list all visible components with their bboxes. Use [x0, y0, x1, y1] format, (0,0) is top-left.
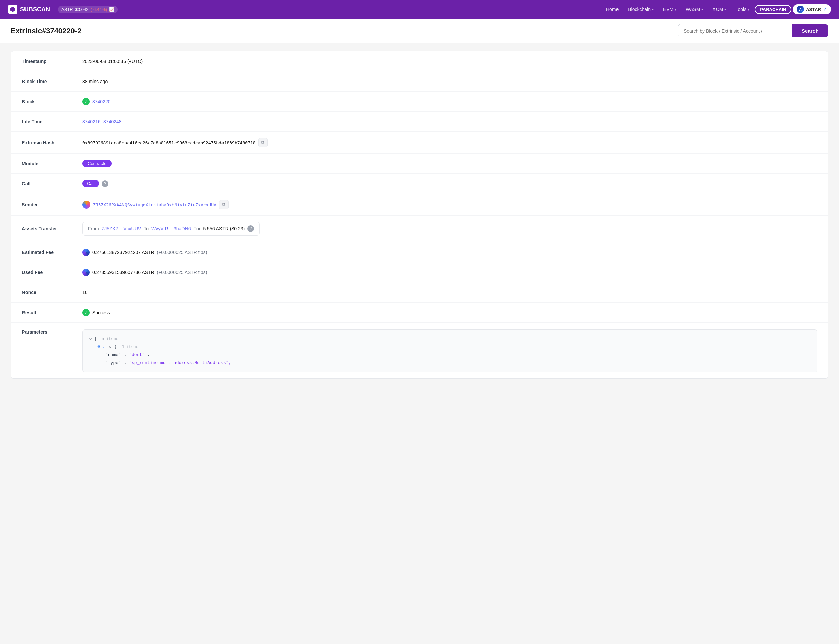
value-sender: ZJ5ZX26PXA4NQSywiuqdXtckiaba9xhNiyfnZiu7…	[82, 200, 229, 209]
assets-question-icon[interactable]: ?	[247, 225, 254, 232]
params-collapse-icon[interactable]: ⊖	[89, 337, 92, 342]
params-line-type: "type" : "sp_runtime:multiaddress:MultiA…	[89, 359, 810, 366]
sender-copy-icon[interactable]: ⧉	[219, 200, 229, 209]
estimated-fee-tips: (+0.0000025 ASTR tips)	[157, 250, 207, 255]
evm-chevron: ▾	[674, 8, 676, 12]
row-assets: Assets Transfer From ZJ5ZX2....VcxUUV To…	[11, 216, 828, 242]
sender-avatar-icon	[82, 200, 90, 209]
row-used-fee: Used Fee 0.27355931539607736 ASTR (+0.00…	[11, 262, 828, 283]
label-module: Module	[22, 161, 82, 166]
value-estimated-fee: 0.27661387237924207 ASTR (+0.0000025 AST…	[82, 248, 207, 256]
lifetime-link[interactable]: 3740216- 3740248	[82, 119, 122, 125]
wasm-chevron: ▾	[701, 8, 703, 12]
params-bracket-open: [	[94, 337, 97, 342]
value-result: ✓ Success	[82, 309, 110, 316]
value-assets: From ZJ5ZX2....VcxUUV To WvyVtR....3haDN…	[82, 222, 260, 236]
row-call: Call Call ?	[11, 174, 828, 194]
value-timestamp: 2023-06-08 01:00:36 (+UTC)	[82, 59, 143, 64]
brand-logo[interactable]: SUBSCAN	[8, 5, 50, 14]
label-sender: Sender	[22, 202, 82, 207]
nav-tools[interactable]: Tools ▾	[731, 5, 753, 14]
estimated-fee-amount: 0.27661387237924207 ASTR	[92, 250, 155, 255]
detail-card: Timestamp 2023-06-08 01:00:36 (+UTC) Blo…	[11, 51, 828, 379]
page-header: Extrinsic#3740220-2 Search	[0, 19, 839, 43]
row-parameters: Parameters ⊖ [ 5 items 0 : ⊖ { 4 items "…	[11, 323, 828, 378]
parachain-badge[interactable]: PARACHAIN	[755, 5, 791, 14]
params-brace-open: {	[114, 345, 117, 350]
price: $0.042	[75, 7, 89, 12]
search-button[interactable]: Search	[792, 25, 828, 37]
nav-evm[interactable]: EVM ▾	[659, 5, 680, 14]
brand-name: SUBSCAN	[20, 6, 50, 13]
block-success-icon: ✓	[82, 98, 90, 105]
sender-address[interactable]: ZJ5ZX26PXA4NQSywiuqdXtckiaba9xhNiyfnZiu7…	[93, 202, 217, 207]
value-blocktime: 38 mins ago	[82, 79, 108, 84]
brand-icon	[8, 5, 18, 14]
value-module: Contracts	[82, 159, 112, 168]
assets-from-label: From	[88, 226, 99, 232]
assets-from-address[interactable]: ZJ5ZX2....VcxUUV	[102, 226, 141, 232]
assets-to-address[interactable]: WvyVtR....3haDN6	[151, 226, 191, 232]
row-result: Result ✓ Success	[11, 302, 828, 323]
label-hash: Extrinsic Hash	[22, 140, 82, 145]
label-lifetime: Life Time	[22, 119, 82, 125]
params-box: ⊖ [ 5 items 0 : ⊖ { 4 items "name" : "de…	[82, 329, 817, 372]
label-estimated-fee: Estimated Fee	[22, 250, 82, 255]
params-colon: :	[124, 352, 129, 357]
astar-network-icon: A	[797, 6, 804, 13]
ticker: ASTR	[61, 7, 73, 12]
assets-transfer-box: From ZJ5ZX2....VcxUUV To WvyVtR....3haDN…	[82, 222, 260, 236]
params-count-5: 5 items	[102, 337, 118, 342]
params-name-val: "dest"	[129, 352, 145, 357]
call-badge: Call	[82, 180, 99, 187]
label-timestamp: Timestamp	[22, 59, 82, 64]
nav-xcm[interactable]: XCM ▾	[709, 5, 730, 14]
value-used-fee: 0.27355931539607736 ASTR (+0.0000025 AST…	[82, 269, 207, 276]
value-parameters: ⊖ [ 5 items 0 : ⊖ { 4 items "name" : "de…	[82, 329, 817, 372]
assets-to-label: To	[144, 226, 149, 232]
row-module: Module Contracts	[11, 154, 828, 174]
value-hash: 0x39792689feca8bac4f6ee26c7d8a81651e9963…	[82, 138, 268, 147]
value-lifetime: 3740216- 3740248	[82, 119, 122, 125]
params-name-key: "name"	[105, 352, 121, 357]
used-fee-astar-icon	[82, 269, 90, 276]
used-fee-amount: 0.27355931539607736 ASTR	[92, 270, 155, 275]
astar-check-icon: ✓	[823, 7, 827, 12]
assets-for-label: For	[193, 226, 200, 232]
price-badge: ASTR $0.042 (-6.44%) 📈	[58, 6, 118, 13]
used-fee-tips: (+0.0000025 ASTR tips)	[157, 270, 207, 275]
page-title: Extrinsic#3740220-2	[11, 26, 81, 35]
params-line-name: "name" : "dest" ,	[89, 351, 810, 358]
chart-icon: 📈	[109, 7, 114, 12]
blockchain-chevron: ▾	[652, 8, 654, 12]
row-sender: Sender ZJ5ZX26PXA4NQSywiuqdXtckiaba9xhNi…	[11, 194, 828, 216]
value-call: Call ?	[82, 180, 109, 187]
nav-blockchain[interactable]: Blockchain ▾	[624, 5, 658, 14]
xcm-chevron: ▾	[724, 8, 726, 12]
params-line-num-0: 0 :	[97, 345, 105, 350]
estimated-fee-astar-icon	[82, 248, 90, 256]
search-input[interactable]	[678, 25, 792, 37]
value-nonce: 16	[82, 290, 87, 295]
block-link[interactable]: 3740220	[92, 99, 111, 104]
svg-marker-0	[10, 7, 15, 12]
result-text: Success	[92, 310, 110, 315]
astar-network-name: ASTAR	[806, 7, 821, 12]
module-badge: Contracts	[82, 159, 112, 168]
hash-copy-icon[interactable]: ⧉	[258, 138, 268, 147]
label-result: Result	[22, 310, 82, 315]
row-blocktime: Block Time 38 mins ago	[11, 71, 828, 92]
label-parameters: Parameters	[22, 329, 82, 335]
row-hash: Extrinsic Hash 0x39792689feca8bac4f6ee26…	[11, 132, 828, 154]
nav-links: Home Blockchain ▾ EVM ▾ WASM ▾ XCM ▾ Too…	[602, 4, 831, 15]
label-used-fee: Used Fee	[22, 270, 82, 275]
row-lifetime: Life Time 3740216- 3740248	[11, 112, 828, 132]
params-collapse-icon-0[interactable]: ⊖	[109, 345, 112, 350]
hash-value: 0x39792689feca8bac4f6ee26c7d8a81651e9963…	[82, 140, 256, 145]
nav-home[interactable]: Home	[602, 5, 622, 14]
nav-wasm[interactable]: WASM ▾	[682, 5, 707, 14]
astar-badge[interactable]: A ASTAR ✓	[793, 4, 831, 15]
call-question-icon[interactable]: ?	[102, 181, 109, 187]
params-line-root: ⊖ [ 5 items	[89, 335, 810, 343]
params-line-0: 0 : ⊖ { 4 items	[89, 343, 810, 351]
